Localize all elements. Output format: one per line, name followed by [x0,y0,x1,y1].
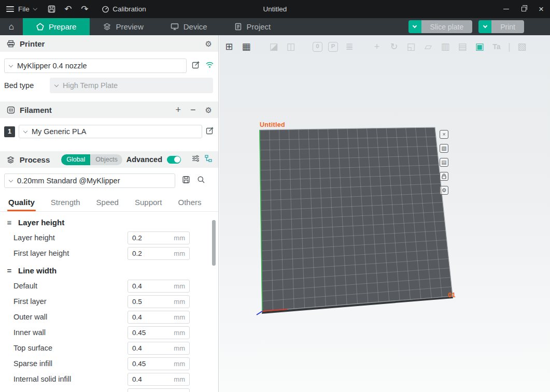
printer-icon [6,39,16,48]
tab-project[interactable]: Project [221,18,285,35]
layer-height-icon: ≡ [5,218,13,227]
slice-dropdown-button[interactable] [408,20,421,33]
maximize-button[interactable] [515,0,532,18]
undo-button[interactable]: ↶ [60,0,76,18]
param-input[interactable]: 0.5mm [128,295,190,308]
param-unit: mm [174,250,185,257]
param-label: First layer [13,297,47,306]
param-input[interactable]: 0.4mm [128,311,190,324]
plate-name-label[interactable]: Untitled [260,121,285,128]
undo-icon: ↶ [64,4,72,14]
param-label: Layer height [13,234,55,242]
save-preset-button[interactable] [182,176,190,186]
param-unit: mm [174,360,185,368]
slice-plate-button[interactable]: Slice plate [408,20,473,33]
sidebar-scrollbar[interactable] [212,220,216,266]
process-tab-others[interactable]: Others [178,198,202,211]
plate-gear-icon[interactable]: ⚙ [440,186,448,195]
param-input[interactable]: 0.45mm [128,357,190,370]
file-menu-label: File [18,5,30,13]
print-dropdown-button[interactable] [478,20,491,33]
printer-settings-gear-icon[interactable]: ⚙ [205,40,212,48]
group-header: ≡Layer height [0,213,218,230]
param-input[interactable]: 0.4mm [128,342,190,355]
param-value: 0.4 [132,375,142,383]
slice-plate-label: Slice plate [421,20,473,33]
filament-slot-number[interactable]: 1 [4,126,15,137]
print-button[interactable]: Print [478,20,524,33]
printer-preset-select[interactable]: MyKlipper 0.4 nozzle [4,59,187,73]
param-input[interactable]: 0.2mm [128,231,190,244]
chevron-down-icon [9,63,13,67]
param-value: 0.2 [132,234,142,242]
printer-preset-value: MyKlipper 0.4 nozzle [17,62,87,70]
process-tab-strength[interactable]: Strength [51,198,80,211]
param-value: 0.4 [132,344,142,352]
param-input[interactable]: 0.2mm [128,247,190,260]
calibration-button[interactable]: Calibration [102,0,146,18]
close-button[interactable]: × [532,0,550,18]
param-unit: mm [174,329,185,337]
print-label: Print [491,20,524,33]
edit-filament-preset-button[interactable] [206,126,214,137]
param-label: Inner wall [13,328,46,337]
param-input[interactable]: 0.45mm [128,326,190,339]
tab-device[interactable]: Device [157,18,221,35]
minimize-button[interactable] [497,0,515,18]
delete-plate-icon[interactable]: × [440,130,448,139]
chevron-down-icon [33,6,37,10]
plate-name-icon[interactable]: ▤ [440,158,448,167]
redo-button[interactable]: ↷ [77,0,92,18]
lock-plate-icon[interactable] [440,172,448,181]
printer-section-header: Printer ⚙ [0,35,218,52]
search-preset-button[interactable] [197,176,205,186]
filament-section-header: Filament + − ⚙ [0,101,218,118]
bed-type-select[interactable]: High Temp Plate [50,78,213,93]
plate-action-buttons: ×▧▤⚙ [440,130,448,195]
process-flowchart-icon[interactable] [205,155,212,164]
filament-icon [6,105,16,114]
build-plate[interactable] [219,35,550,392]
scope-objects-option[interactable]: Objects [90,154,122,165]
save-button[interactable] [44,0,59,18]
tab-prepare[interactable]: Prepare [23,18,90,35]
filament-settings-gear-icon[interactable]: ⚙ [205,106,212,114]
viewport-3d[interactable]: ⊞▦◪◫0P≣+↻◱▱▥▤▣Ta|▧ Untitled 01 ×▧▤⚙ [219,35,550,392]
tune-icon[interactable] [192,155,200,164]
scope-global-option[interactable]: Global [61,154,90,165]
param-label: Internal solid infill [13,375,71,383]
add-filament-button[interactable]: + [176,105,181,114]
param-input[interactable]: 0.4mm [128,280,190,293]
process-tab-quality[interactable]: Quality [8,198,35,211]
process-preset-select[interactable]: 0.20mm Standard @MyKlipper [4,173,175,188]
home-icon: ⌂ [9,22,14,32]
file-menu-button[interactable]: File [5,0,43,18]
advanced-toggle[interactable] [167,156,181,164]
param-input[interactable]: 0.4mm [128,388,190,392]
process-scope-toggle: Global Objects [61,154,122,165]
plate-settings-icon[interactable]: ▧ [440,144,448,153]
bed-type-label: Bed type [4,81,46,90]
param-row: Outer wall0.4mm [0,309,218,325]
remove-filament-button[interactable]: − [190,105,196,114]
main-tabbar: ⌂ Prepare Preview Device Project Slice p… [0,18,550,35]
calibration-label: Calibration [112,5,146,13]
filament-preset-select[interactable]: My Generic PLA [19,125,202,138]
param-input[interactable]: 0.4mm [128,373,190,386]
process-tab-support[interactable]: Support [135,198,162,211]
home-button[interactable]: ⌂ [0,18,23,35]
plate-number-label: 01 [448,291,456,299]
process-icon [6,155,16,164]
param-label: First layer height [13,249,69,257]
redo-icon: ↷ [81,4,88,14]
param-row: Layer height0.2mm [0,230,218,245]
minimize-icon [503,9,509,10]
param-row: First layer0.5mm [0,294,218,309]
param-row: Internal solid infill0.4mm [0,371,218,387]
process-tab-speed[interactable]: Speed [96,198,119,211]
edit-printer-preset-button[interactable] [192,61,200,71]
printer-connection-wifi-icon[interactable] [205,61,214,70]
parameter-panel: ≡Layer heightLayer height0.2mmFirst laye… [0,212,218,392]
process-preset-value: 0.20mm Standard @MyKlipper [17,177,120,185]
tab-preview[interactable]: Preview [90,18,157,35]
